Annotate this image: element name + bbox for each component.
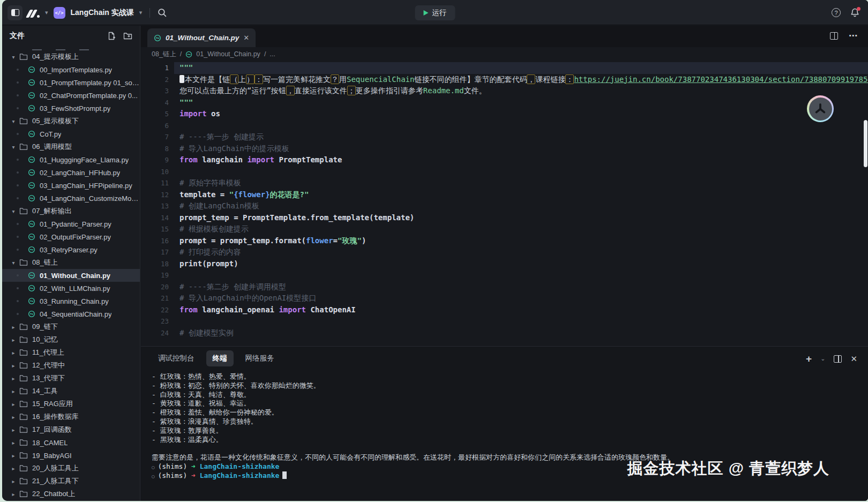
tree-folder-22_Chatbot上[interactable]: ▸22_Chatbot上 xyxy=(2,488,140,500)
terminal-line: - 粉玫瑰：初恋、特别的关怀、喜欢你那灿烂的微笑。 xyxy=(152,381,868,391)
python-file-icon xyxy=(154,34,161,42)
project-name[interactable]: LangChain 实战课 xyxy=(71,8,134,18)
tree-file-00_ImportTemplates.py[interactable]: 00_ImportTemplates.py xyxy=(2,63,140,76)
prompt-arrow-icon: ➜ xyxy=(191,462,196,470)
tree-folder-05_提示模板下[interactable]: ▾05_提示模板下 xyxy=(2,115,140,128)
tree-file-03_LangChain_HFPipeline.py[interactable]: 03_LangChain_HFPipeline.py xyxy=(2,179,140,192)
breadcrumb-file[interactable]: 01_Without_Chain.py xyxy=(196,50,260,58)
tree-folder-08_链上[interactable]: ▾08_链上 xyxy=(2,256,140,269)
tree-file-03_Running_Chain.py[interactable]: 03_Running_Chain.py xyxy=(2,295,140,308)
code-line-17: 17# 打印提示的内容 xyxy=(141,246,868,258)
tree-file-03_RetryParser.py[interactable]: 03_RetryParser.py xyxy=(2,243,140,256)
tree-file-02_ChatPromptTemplate.py 0...[interactable]: 02_ChatPromptTemplate.py 0... xyxy=(2,89,140,102)
tree-file-04_LangChain_CustomizeMod...[interactable]: 04_LangChain_CustomizeMod... xyxy=(2,192,140,205)
marscode-logo[interactable] xyxy=(28,8,40,18)
breadcrumb-folder[interactable]: 08_链上 xyxy=(152,50,176,59)
code-line-9: 9from langchain import PromptTemplate xyxy=(141,154,868,166)
more-actions-icon[interactable]: ⋯ xyxy=(849,31,858,41)
tree-folder-07_解析输出[interactable]: ▾07_解析输出 xyxy=(2,205,140,218)
run-label: 运行 xyxy=(432,8,447,18)
tree-folder-06_调用模型[interactable]: ▾06_调用模型 xyxy=(2,140,140,153)
panel-tab-终端[interactable]: 终端 xyxy=(206,350,234,366)
tree-folder-10_记忆[interactable]: ▸10_记忆 xyxy=(2,333,140,346)
tree-folder-12_代理中[interactable]: ▸12_代理中 xyxy=(2,359,140,372)
help-icon[interactable]: ? xyxy=(832,8,841,17)
tree-file-01_HugggingFace_Llama.py[interactable]: 01_HugggingFace_Llama.py xyxy=(2,153,140,166)
chevron-right-icon: ▸ xyxy=(10,324,17,330)
code-line-19: 19 xyxy=(141,269,868,281)
breadcrumb-symbol[interactable]: ... xyxy=(270,50,275,58)
tree-file-02_With_LLMChain.py[interactable]: 02_With_LLMChain.py xyxy=(2,282,140,295)
ide-window: ▾ </> LangChain 实战课 ▾ 运行 ? 文件 xyxy=(2,0,868,501)
search-icon[interactable] xyxy=(158,8,167,17)
tree-file-02_OutputFixParser.py[interactable]: 02_OutputFixParser.py xyxy=(2,230,140,243)
run-button[interactable]: 运行 xyxy=(415,5,455,20)
tree-folder-19_BabyAGI[interactable]: ▸19_BabyAGI xyxy=(2,449,140,462)
split-panel-icon[interactable] xyxy=(834,355,842,363)
tree-file-01_Pydantic_Parser.py[interactable]: 01_Pydantic_Parser.py xyxy=(2,218,140,230)
divider xyxy=(149,8,150,18)
new-folder-icon[interactable] xyxy=(123,32,132,40)
code-line-3: 3您可以点击最上方的“运行”按钮，直接运行该文件；更多操作指引请参考Readme… xyxy=(141,85,868,97)
chevron-down-icon: ▾ xyxy=(10,260,17,266)
modified-dot xyxy=(17,81,19,84)
tree-folder-21_人脉工具下[interactable]: ▸21_人脉工具下 xyxy=(2,475,140,488)
tree-file-CoT.py[interactable]: CoT.py xyxy=(2,128,140,140)
tree-folder-18_CAMEL[interactable]: ▸18_CAMEL xyxy=(2,436,140,449)
panel-tab-调试控制台[interactable]: 调试控制台 xyxy=(152,350,201,366)
tab-close-icon[interactable]: ✕ xyxy=(243,34,249,42)
python-file-icon xyxy=(28,104,35,112)
sidebar-layout-icon xyxy=(11,9,19,16)
tree-folder-11_代理上[interactable]: ▸11_代理上 xyxy=(2,346,140,359)
tree-item-partial xyxy=(2,46,140,50)
tree-folder-04_提示模板上[interactable]: ▾04_提示模板上 xyxy=(2,50,140,63)
tree-folder-15_RAG应用[interactable]: ▸15_RAG应用 xyxy=(2,398,140,410)
tree-folder-20_人脉工具上[interactable]: ▸20_人脉工具上 xyxy=(2,462,140,475)
close-panel-icon[interactable]: ✕ xyxy=(850,354,857,364)
tree-folder-09_链下[interactable]: ▸09_链下 xyxy=(2,320,140,333)
logo-chevron-down-icon[interactable]: ▾ xyxy=(45,9,48,16)
tree-folder-14_工具[interactable]: ▸14_工具 xyxy=(2,385,140,398)
folder-icon xyxy=(19,207,28,215)
terminal-cursor xyxy=(282,471,287,479)
toggle-sidebar-button[interactable] xyxy=(8,5,23,20)
folder-icon xyxy=(19,452,28,459)
new-terminal-icon[interactable]: + xyxy=(806,354,812,364)
notifications-bell-icon[interactable] xyxy=(850,8,859,18)
split-editor-icon[interactable] xyxy=(830,32,838,40)
tree-file-01_PromptTemplate.py 01_sof...[interactable]: 01_PromptTemplate.py 01_sof... xyxy=(2,76,140,89)
python-file-icon xyxy=(28,284,35,292)
tab-01-without-chain[interactable]: 01_Without_Chain.py ✕ xyxy=(147,28,256,47)
chevron-right-icon: ▸ xyxy=(10,376,17,381)
folder-icon xyxy=(19,400,28,408)
tree-folder-17_回调函数[interactable]: ▸17_回调函数 xyxy=(2,423,140,436)
code-line-8: 8# 导入LangChain中的提示模板 xyxy=(141,143,868,155)
terminal-line: - 白玫瑰：天真、纯洁、尊敬。 xyxy=(152,391,868,400)
tree-file-01_Without_Chain.py[interactable]: 01_Without_Chain.py xyxy=(2,269,140,282)
code-line-20: 20# ----第二步 创建并调用模型 xyxy=(141,281,868,293)
code-line-16: 16prompt = prompt_temp.format(flower="玫瑰… xyxy=(141,235,868,247)
prompt-arrow-icon: ➜ xyxy=(191,471,196,479)
breadcrumb: 08_链上 / 01_Without_Chain.py / ... xyxy=(141,47,868,61)
terminal-dropdown-chevron-icon[interactable]: ⌄ xyxy=(820,355,825,362)
python-file-icon xyxy=(28,169,35,176)
tree-folder-13_代理下[interactable]: ▸13_代理下 xyxy=(2,372,140,385)
new-file-icon[interactable] xyxy=(107,32,116,40)
editor-area[interactable]: 01_Without_Chain.py ✕ ⋯ 08_链上 / 01_Witho… xyxy=(141,26,868,346)
play-icon xyxy=(424,10,429,16)
folder-icon xyxy=(19,336,28,343)
chevron-right-icon: ▸ xyxy=(10,466,17,471)
terminal-output[interactable]: - 红玫瑰：热情、热爱、爱情。- 粉玫瑰：初恋、特别的关怀、喜欢你那灿烂的微笑。… xyxy=(141,372,868,501)
modified-dot xyxy=(17,69,19,71)
panel-tab-网络服务[interactable]: 网络服务 xyxy=(239,350,281,366)
code-view[interactable]: 1"""2本文件是【链（上）：写一篇完美鲜花推文？用SequencialChai… xyxy=(141,62,868,346)
tree-file-03_FewShotPrompt.py[interactable]: 03_FewShotPrompt.py xyxy=(2,102,140,115)
notification-dot xyxy=(857,7,860,11)
chevron-right-icon: ▸ xyxy=(10,414,17,420)
tree-file-02_LangChain_HFHub.py[interactable]: 02_LangChain_HFHub.py xyxy=(2,166,140,179)
project-chevron-down-icon[interactable]: ▾ xyxy=(139,9,143,16)
tree-folder-16_操作数据库[interactable]: ▸16_操作数据库 xyxy=(2,410,140,423)
python-file-icon xyxy=(28,194,35,202)
tree-file-04_SequentialChain.py[interactable]: 04_SequentialChain.py xyxy=(2,308,140,320)
python-file-icon xyxy=(185,51,192,58)
